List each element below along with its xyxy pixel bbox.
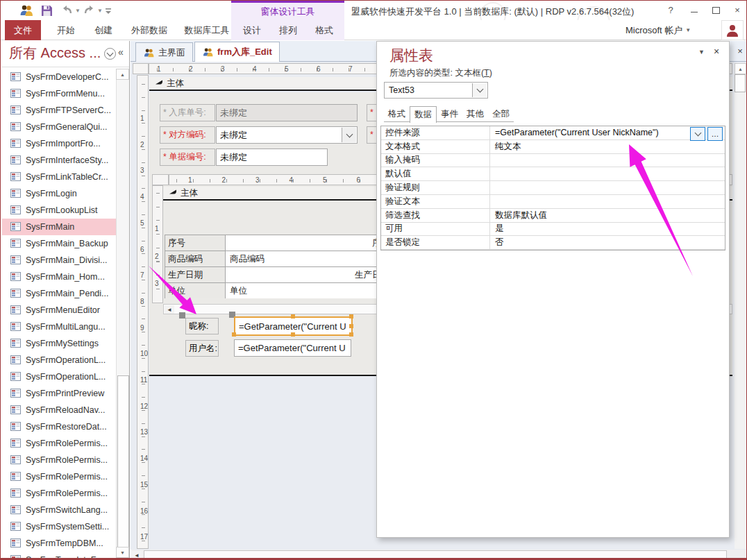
scrollbar-thumb[interactable] <box>144 550 727 559</box>
nav-item-form[interactable]: SysFrmRolePermis... <box>2 485 116 502</box>
resize-handle[interactable] <box>349 314 353 319</box>
property-tab[interactable]: 事件 <box>437 106 462 122</box>
nav-item-form[interactable]: SysFrmMain_Backup <box>2 235 116 252</box>
nav-item-form[interactable]: SysFrmSystemSetti... <box>2 518 116 535</box>
property-value[interactable]: 纯文本 <box>490 140 725 153</box>
account-avatar[interactable] <box>721 20 744 40</box>
subform-field-label[interactable]: 生产日期 <box>165 266 226 282</box>
close-button[interactable]: × <box>728 3 746 17</box>
value-dropdown-button[interactable] <box>690 127 705 141</box>
nav-item-form[interactable]: SysFrmDeveloperC... <box>2 69 116 85</box>
property-sheet-collapse-button[interactable]: ▼ <box>698 49 705 56</box>
document-tab[interactable]: 主界面 <box>135 42 193 62</box>
nav-item-form[interactable]: SysFrmTempDBM... <box>2 535 116 552</box>
field-combobox[interactable]: 未绑定 <box>216 126 358 144</box>
nav-item-form[interactable]: SysFrmRolePermis... <box>2 435 116 452</box>
property-value[interactable]: 数据库默认值 <box>490 209 725 222</box>
resize-handle[interactable] <box>291 314 295 319</box>
nav-item-form[interactable]: SysFrmRestoreDat... <box>2 418 116 435</box>
property-row[interactable]: 默认值 <box>381 167 725 181</box>
property-name[interactable]: 默认值 <box>381 167 490 180</box>
scroll-left-button[interactable]: ◄ <box>165 305 174 314</box>
ribbon-contextual-tab[interactable]: 排列 <box>272 20 304 40</box>
nav-item-form[interactable]: SysFrmInterfaceSty... <box>2 152 116 169</box>
nav-pane-collapse-button[interactable]: « <box>118 46 124 58</box>
ribbon-tab[interactable]: 数据库工具 <box>174 20 240 40</box>
ribbon-tab[interactable]: 外部数据 <box>120 20 178 40</box>
nav-item-form[interactable]: SysFrmRolePermis... <box>2 452 116 468</box>
account-menu[interactable]: Microsoft 帐户 ▼ <box>626 20 691 40</box>
nav-item-form[interactable]: SysFrmTemplateFo... <box>2 552 116 558</box>
selector-dropdown-button[interactable] <box>472 83 487 97</box>
subform-vertical-ruler[interactable]: 123 <box>152 185 163 303</box>
property-value[interactable]: 是 <box>490 223 725 236</box>
nav-item-form[interactable]: SysFrmMySettings <box>2 335 116 352</box>
redo-button[interactable]: ▼ <box>83 3 103 17</box>
property-row[interactable]: 输入掩码 <box>381 154 725 168</box>
property-value[interactable] <box>490 154 725 167</box>
control-selector-dropdown[interactable]: Text53 <box>384 82 488 99</box>
subform-field-label[interactable]: 商品编码 <box>165 251 226 266</box>
document-horizontal-scrollbar[interactable]: ◄ <box>131 550 747 560</box>
property-name[interactable]: 筛选查找 <box>381 209 490 222</box>
ribbon-tab[interactable]: 开始 <box>45 20 87 40</box>
scrollbar-thumb[interactable] <box>735 74 746 92</box>
property-name[interactable]: 验证规则 <box>381 181 490 194</box>
property-tab[interactable]: 全部 <box>488 106 514 122</box>
property-row[interactable]: 可用 是 <box>381 223 725 237</box>
field-textbox[interactable]: =GetParameter("Current U <box>234 339 351 357</box>
nav-pane-menu-button[interactable] <box>104 48 116 60</box>
nav-item-form[interactable]: SysFrmMain_Pendi... <box>2 285 116 302</box>
save-button[interactable] <box>41 3 53 17</box>
nav-item-form[interactable]: SysFrmSwitchLang... <box>2 502 116 518</box>
property-name[interactable]: 验证文本 <box>381 195 490 208</box>
document-vertical-scrollbar[interactable]: ▲ <box>735 63 746 549</box>
property-tab[interactable]: 数据 <box>410 106 437 123</box>
subform-ruler-corner[interactable] <box>152 174 169 185</box>
property-name[interactable]: 输入掩码 <box>381 154 490 167</box>
nav-item-form[interactable]: SysFrmReloadNav... <box>2 402 116 418</box>
field-label[interactable]: * 对方编码: <box>160 126 215 144</box>
property-value[interactable]: 否 <box>490 236 725 249</box>
resize-handle[interactable] <box>349 324 353 328</box>
field-textbox[interactable]: 未绑定 <box>216 149 328 166</box>
nav-scrollbar[interactable]: ▲ ▼ <box>116 69 129 558</box>
ribbon-tab-file[interactable]: 文件 <box>5 20 41 40</box>
nav-item-form[interactable]: SysFrmImportFro... <box>2 135 116 152</box>
property-row[interactable]: 文本格式 纯文本 <box>381 140 725 154</box>
ribbon-contextual-tab[interactable]: 格式 <box>308 20 340 40</box>
document-tab[interactable]: frm入库_Edit <box>194 42 280 62</box>
resize-handle[interactable] <box>291 332 295 337</box>
resize-handle[interactable] <box>349 332 353 337</box>
nav-item-form[interactable]: SysFrmGeneralQui... <box>2 119 116 135</box>
property-sheet-close-button[interactable]: × <box>714 46 719 57</box>
nav-item-form[interactable]: SysFrmRolePermis... <box>2 468 116 485</box>
vertical-ruler[interactable]: 1234567891011121314151617 <box>137 75 149 549</box>
nav-item-form[interactable]: SysFrmLinkTableCr... <box>2 169 116 185</box>
nav-item-form[interactable]: SysFrmMenuEditor <box>2 302 116 319</box>
ruler-corner[interactable] <box>133 63 149 74</box>
scroll-up-button[interactable]: ▲ <box>116 69 129 80</box>
document-close-button[interactable]: × <box>733 44 747 58</box>
property-row[interactable]: 控件来源 =GetParameter("Current User NickNam… <box>381 126 725 140</box>
nav-item-form[interactable]: SysFrmMultiLangu... <box>2 319 116 335</box>
scrollbar-thumb[interactable] <box>117 375 129 549</box>
move-handle[interactable] <box>179 312 185 319</box>
ribbon-contextual-tab[interactable]: 设计 <box>236 20 268 40</box>
minimize-button[interactable] <box>685 3 703 17</box>
field-label[interactable]: * 单据编号: <box>160 149 215 166</box>
nav-item-form[interactable]: SysFrmPrintPreview <box>2 385 116 402</box>
field-label[interactable]: 用户名: <box>185 340 219 357</box>
combo-dropdown-button[interactable] <box>342 128 356 142</box>
nav-item-form[interactable]: SysFrmOperationL... <box>2 352 116 368</box>
scroll-left-button[interactable]: ◄ <box>132 551 142 559</box>
property-value[interactable] <box>490 195 725 208</box>
property-row[interactable]: 验证文本 <box>381 195 725 209</box>
field-label[interactable]: * 入库单号: <box>160 104 215 121</box>
property-tab[interactable]: 格式 <box>384 106 410 122</box>
nav-item-form[interactable]: SysFrmFormMenu... <box>2 85 116 102</box>
property-row[interactable]: 验证规则 <box>381 181 725 195</box>
scroll-up-button[interactable]: ▲ <box>735 63 746 74</box>
ribbon-tab[interactable]: 创建 <box>83 20 124 40</box>
nav-pane-title[interactable]: 所有 Access ... <box>9 44 101 62</box>
